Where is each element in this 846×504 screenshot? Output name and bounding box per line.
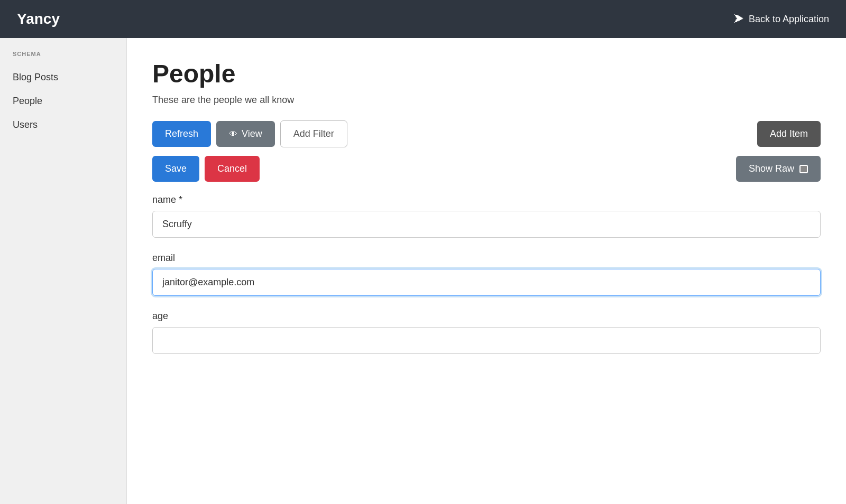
page-description: These are the people we all know [152,95,821,106]
name-label: name * [152,194,821,206]
eye-icon: 👁 [229,129,237,139]
name-input[interactable] [152,211,821,238]
email-input[interactable] [152,269,821,296]
add-filter-button[interactable]: Add Filter [280,120,347,147]
add-item-button[interactable]: Add Item [757,121,821,147]
back-to-application-label: Back to Application [749,14,829,25]
item-form: name * email age [152,194,821,354]
age-input[interactable] [152,327,821,354]
name-field-group: name * [152,194,821,238]
view-button[interactable]: 👁 View [216,121,275,147]
sidebar-item-blog-posts[interactable]: Blog Posts [0,66,126,89]
main-layout: SCHEMA Blog Posts People Users People Th… [0,38,846,504]
save-cancel-group: Save Cancel [152,156,260,182]
page-title: People [152,59,821,88]
age-field-group: age [152,311,821,354]
back-icon: ⮞ [734,13,744,25]
back-to-application-button[interactable]: ⮞ Back to Application [734,13,829,25]
toolbar-row-2: Save Cancel Show Raw [152,156,821,182]
age-label: age [152,311,821,322]
sidebar-item-users[interactable]: Users [0,113,126,137]
app-header: Yancy ⮞ Back to Application [0,0,846,38]
cancel-button[interactable]: Cancel [205,156,260,182]
email-label: email [152,253,821,264]
main-content: People These are the people we all know … [127,38,846,504]
toolbar-left-group: Refresh 👁 View Add Filter [152,120,347,147]
refresh-button[interactable]: Refresh [152,121,211,147]
show-raw-button[interactable]: Show Raw [736,156,821,182]
email-field-group: email [152,253,821,296]
sidebar-item-people[interactable]: People [0,89,126,113]
toolbar-row-1: Refresh 👁 View Add Filter Add Item [152,120,821,147]
app-title: Yancy [17,11,60,27]
schema-label: SCHEMA [0,51,126,57]
show-raw-checkbox[interactable] [799,165,808,173]
save-button[interactable]: Save [152,156,199,182]
sidebar: SCHEMA Blog Posts People Users [0,38,127,504]
